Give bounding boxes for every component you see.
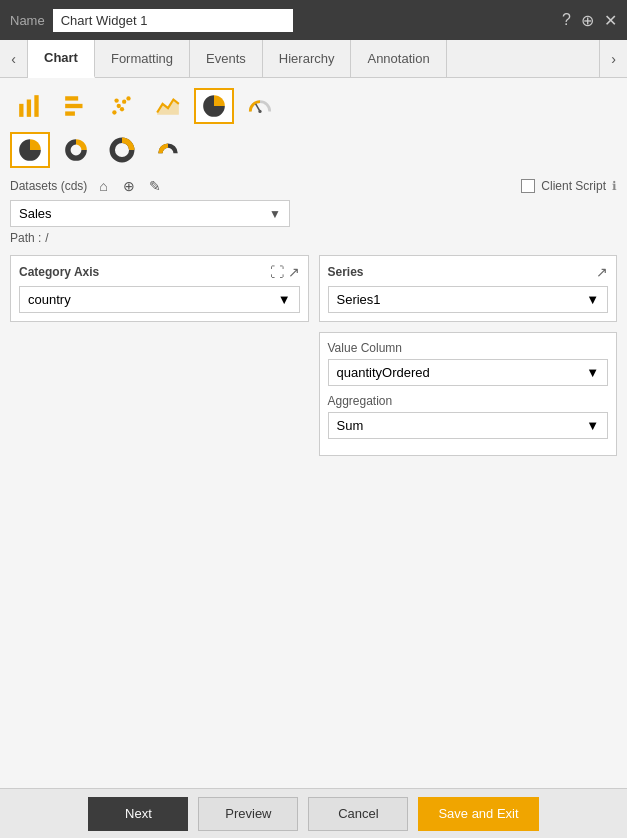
series-title: Series	[328, 265, 364, 279]
path-label: Path :	[10, 231, 41, 245]
donut-ring-icon[interactable]	[102, 132, 142, 168]
datasets-label-row: Datasets (cds) ⌂ ⊕ ✎ Client Script ℹ	[10, 176, 617, 196]
series-header: Series ↗	[328, 264, 609, 280]
svg-point-8	[122, 100, 126, 104]
datasets-edit-icon[interactable]: ✎	[145, 176, 165, 196]
aggregation-section: Aggregation Sum ▼	[328, 394, 609, 439]
datasets-label: Datasets (cds)	[10, 179, 87, 193]
next-button[interactable]: Next	[88, 797, 188, 831]
svg-point-11	[120, 107, 124, 111]
save-exit-button[interactable]: Save and Exit	[418, 797, 538, 831]
category-axis-arrow-icon[interactable]: ↗	[288, 264, 300, 280]
bar-chart-icon[interactable]	[10, 88, 50, 124]
series-box: Series ↗ Series1 ▼	[319, 255, 618, 322]
tab-events[interactable]: Events	[190, 40, 263, 78]
value-column-select[interactable]: quantityOrdered ▼	[328, 359, 609, 386]
category-axis-header: Category Axis ⛶ ↗	[19, 264, 300, 280]
svg-point-7	[117, 104, 121, 108]
svg-rect-3	[65, 96, 78, 100]
datasets-select[interactable]: Sales ▼	[10, 200, 290, 227]
series-arrow-icon[interactable]: ↗	[596, 264, 608, 280]
tab-hierarchy[interactable]: Hierarchy	[263, 40, 352, 78]
move-icon[interactable]: ⊕	[581, 11, 594, 30]
two-column-layout: Category Axis ⛶ ↗ country ▼ Series	[10, 255, 617, 466]
bottom-bar: Next Preview Cancel Save and Exit	[0, 788, 627, 838]
aggregation-select[interactable]: Sum ▼	[328, 412, 609, 439]
category-axis-title: Category Axis	[19, 265, 99, 279]
area-chart-icon[interactable]	[148, 88, 188, 124]
tabs-bar: ‹ Chart Formatting Events Hierarchy Anno…	[0, 40, 627, 78]
chart-type-row1	[10, 88, 617, 124]
datasets-add-icon[interactable]: ⊕	[119, 176, 139, 196]
gauge-icon[interactable]	[240, 88, 280, 124]
value-column-chevron-icon: ▼	[586, 365, 599, 380]
client-script-label: Client Script	[541, 179, 606, 193]
category-axis-icons: ⛶ ↗	[270, 264, 300, 280]
name-label: Name	[10, 13, 45, 28]
category-axis-chevron-icon: ▼	[278, 292, 291, 307]
series-chevron-icon: ▼	[586, 292, 599, 307]
aggregation-value: Sum	[337, 418, 364, 433]
series-icons: ↗	[596, 264, 608, 280]
preview-button[interactable]: Preview	[198, 797, 298, 831]
value-column-box: Value Column quantityOrdered ▼ Aggregati…	[319, 332, 618, 456]
series-column: Series ↗ Series1 ▼ Value Column quantity…	[319, 255, 618, 466]
pie-solid-icon[interactable]	[10, 132, 50, 168]
client-script-checkbox[interactable]	[521, 179, 535, 193]
datasets-chevron-icon: ▼	[269, 207, 281, 221]
scatter-icon[interactable]	[102, 88, 142, 124]
datasets-selected-value: Sales	[19, 206, 52, 221]
tab-annotation[interactable]: Annotation	[351, 40, 446, 78]
chart-type-row2	[10, 132, 617, 168]
svg-rect-0	[19, 104, 23, 117]
cancel-button[interactable]: Cancel	[308, 797, 408, 831]
close-icon[interactable]: ✕	[604, 11, 617, 30]
client-script-info-icon: ℹ	[612, 179, 617, 193]
tabs-prev-arrow[interactable]: ‹	[0, 40, 28, 78]
half-donut-icon[interactable]	[148, 132, 188, 168]
value-column-value: quantityOrdered	[337, 365, 430, 380]
category-axis-box: Category Axis ⛶ ↗ country ▼	[10, 255, 309, 322]
category-axis-network-icon[interactable]: ⛶	[270, 264, 284, 280]
help-icon[interactable]: ?	[562, 11, 571, 29]
aggregation-label: Aggregation	[328, 394, 609, 408]
tab-formatting[interactable]: Formatting	[95, 40, 190, 78]
svg-point-10	[114, 98, 118, 102]
aggregation-chevron-icon: ▼	[586, 418, 599, 433]
svg-rect-4	[65, 104, 82, 108]
svg-rect-5	[65, 111, 75, 115]
header-icons: ? ⊕ ✕	[562, 11, 617, 30]
series-select[interactable]: Series1 ▼	[328, 286, 609, 313]
svg-rect-1	[27, 100, 31, 117]
svg-point-9	[126, 96, 130, 100]
category-axis-select[interactable]: country ▼	[19, 286, 300, 313]
value-column-label: Value Column	[328, 341, 609, 355]
path-row: Path : /	[10, 231, 617, 245]
category-axis-value: country	[28, 292, 71, 307]
path-value: /	[45, 231, 48, 245]
svg-point-14	[258, 110, 261, 113]
category-axis-column: Category Axis ⛶ ↗ country ▼	[10, 255, 309, 466]
widget-name-input[interactable]	[53, 9, 293, 32]
svg-rect-2	[34, 95, 38, 117]
main-content: Datasets (cds) ⌂ ⊕ ✎ Client Script ℹ Sal…	[0, 78, 627, 788]
donut-icon[interactable]	[56, 132, 96, 168]
value-column-section: Value Column quantityOrdered ▼	[328, 341, 609, 386]
tab-chart[interactable]: Chart	[28, 40, 95, 78]
series-value: Series1	[337, 292, 381, 307]
tabs-next-arrow[interactable]: ›	[599, 40, 627, 78]
pie-chart-icon[interactable]	[194, 88, 234, 124]
horizontal-bar-icon[interactable]	[56, 88, 96, 124]
header: Name ? ⊕ ✕	[0, 0, 627, 40]
datasets-home-icon[interactable]: ⌂	[93, 176, 113, 196]
svg-point-6	[112, 110, 116, 114]
